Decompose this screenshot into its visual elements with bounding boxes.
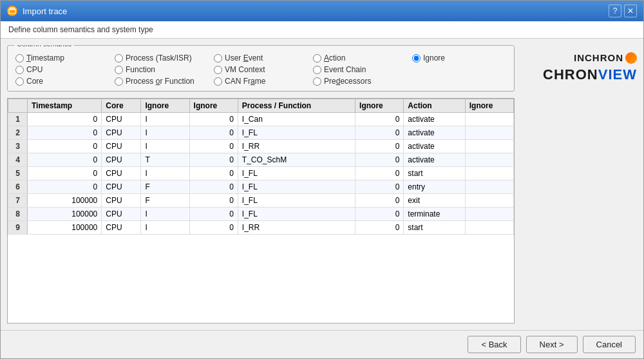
cell-ignore4 bbox=[465, 113, 513, 126]
radio-process[interactable]: Process (Task/ISR) bbox=[115, 53, 209, 63]
col-header-ignore2: Ignore bbox=[189, 99, 238, 113]
column-semantic-box: Column semantic Timestamp Process (Task/… bbox=[7, 45, 515, 92]
table-row: 7 100000 CPU F 0 I_FL 0 exit bbox=[8, 194, 514, 208]
title-bar-left: Import trace bbox=[7, 6, 67, 16]
cell-core: CPU bbox=[102, 140, 141, 153]
cell-action: activate bbox=[404, 113, 465, 126]
cell-core: CPU bbox=[102, 208, 141, 221]
cell-core: CPU bbox=[102, 167, 141, 180]
cell-ignore4 bbox=[465, 180, 513, 194]
col-header-ignore4: Ignore bbox=[465, 99, 513, 113]
cell-action: start bbox=[404, 167, 465, 180]
cell-ignore2: 0 bbox=[189, 221, 238, 235]
cell-process: I_FL bbox=[238, 194, 355, 208]
title-bar-controls: ? ✕ bbox=[609, 5, 637, 17]
table-row: 1 0 CPU I 0 I_Can 0 activate bbox=[8, 113, 514, 126]
cell-ignore2: 0 bbox=[189, 180, 238, 194]
cell-ignore3: 0 bbox=[355, 126, 404, 140]
cell-action: entry bbox=[404, 180, 465, 194]
table-row: 3 0 CPU I 0 I_RR 0 activate bbox=[8, 140, 514, 153]
cell-ignore3: 0 bbox=[355, 153, 404, 167]
table-row: 8 100000 CPU I 0 I_FL 0 terminate bbox=[8, 208, 514, 221]
back-button[interactable]: < Back bbox=[468, 336, 520, 353]
col-header-timestamp: Timestamp bbox=[28, 99, 102, 113]
data-table: Timestamp Core Ignore Ignore Process / F… bbox=[8, 99, 514, 235]
radio-action[interactable]: Action bbox=[313, 53, 407, 63]
radio-ignore[interactable]: Ignore bbox=[412, 53, 506, 63]
main-panel: Column semantic Timestamp Process (Task/… bbox=[7, 45, 515, 324]
cell-action: exit bbox=[404, 194, 465, 208]
cell-process: T_CO_SchM bbox=[238, 153, 355, 167]
cancel-button[interactable]: Cancel bbox=[583, 336, 636, 353]
brand-inchron: INCHRON bbox=[543, 52, 637, 64]
cell-ignore2: 0 bbox=[189, 167, 238, 180]
radio-core[interactable]: Core bbox=[15, 77, 109, 86]
table-body: 1 0 CPU I 0 I_Can 0 activate 2 0 CPU I 0… bbox=[8, 113, 514, 235]
table-scroll[interactable]: Timestamp Core Ignore Ignore Process / F… bbox=[8, 99, 514, 323]
cell-ignore4 bbox=[465, 153, 513, 167]
cell-core: CPU bbox=[102, 194, 141, 208]
cell-ignore4 bbox=[465, 140, 513, 153]
radio-function[interactable]: Function bbox=[115, 65, 209, 74]
cell-num: 7 bbox=[8, 194, 28, 208]
col-header-ignore3: Ignore bbox=[355, 99, 404, 113]
cell-ignore3: 0 bbox=[355, 113, 404, 126]
cell-timestamp: 100000 bbox=[28, 221, 102, 235]
title-bar: Import trace ? ✕ bbox=[1, 1, 643, 21]
close-button[interactable]: ✕ bbox=[624, 5, 637, 17]
cell-ignore3: 0 bbox=[355, 167, 404, 180]
table-row: 5 0 CPU I 0 I_FL 0 start bbox=[8, 167, 514, 180]
cell-core: CPU bbox=[102, 180, 141, 194]
cell-ignore3: 0 bbox=[355, 140, 404, 153]
radio-predecessors[interactable]: Predecessors bbox=[313, 77, 407, 86]
cell-num: 3 bbox=[8, 140, 28, 153]
col-header-num bbox=[8, 99, 28, 113]
cell-ignore1: I bbox=[141, 126, 189, 140]
cell-ignore2: 0 bbox=[189, 153, 238, 167]
brand-view-text: VIEW bbox=[598, 66, 637, 82]
cell-timestamp: 0 bbox=[28, 140, 102, 153]
cell-num: 8 bbox=[8, 208, 28, 221]
cell-process: I_FL bbox=[238, 167, 355, 180]
cell-ignore3: 0 bbox=[355, 180, 404, 194]
help-button[interactable]: ? bbox=[609, 5, 621, 17]
brand-logo: INCHRON CHRONVIEW bbox=[543, 52, 637, 84]
cell-action: start bbox=[404, 221, 465, 235]
cell-action: activate bbox=[404, 126, 465, 140]
cell-process: I_RR bbox=[238, 140, 355, 153]
radio-user-event[interactable]: User Event bbox=[214, 53, 308, 63]
next-button[interactable]: Next > bbox=[526, 336, 578, 353]
cell-ignore4 bbox=[465, 194, 513, 208]
radio-can-frame[interactable]: CAN Frame bbox=[214, 77, 308, 86]
table-row: 9 100000 CPU I 0 I_RR 0 start bbox=[8, 221, 514, 235]
cell-num: 5 bbox=[8, 167, 28, 180]
cell-ignore1: F bbox=[141, 194, 189, 208]
cell-ignore4 bbox=[465, 126, 513, 140]
brand-circle-icon bbox=[625, 52, 637, 64]
radio-event-chain[interactable]: Event Chain bbox=[313, 65, 407, 74]
cell-ignore4 bbox=[465, 167, 513, 180]
cell-ignore1: I bbox=[141, 221, 189, 235]
side-panel: INCHRON CHRONVIEW bbox=[521, 45, 637, 324]
col-header-process: Process / Function bbox=[238, 99, 355, 113]
table-row: 4 0 CPU T 0 T_CO_SchM 0 activate bbox=[8, 153, 514, 167]
cell-timestamp: 100000 bbox=[28, 194, 102, 208]
cell-ignore1: I bbox=[141, 167, 189, 180]
radio-process-or-function[interactable]: Process or Function bbox=[115, 77, 209, 86]
cell-ignore1: F bbox=[141, 180, 189, 194]
cell-ignore2: 0 bbox=[189, 194, 238, 208]
cell-process: I_RR bbox=[238, 221, 355, 235]
radio-vm-context[interactable]: VM Context bbox=[214, 65, 308, 74]
cell-num: 6 bbox=[8, 180, 28, 194]
cell-core: CPU bbox=[102, 113, 141, 126]
cell-ignore2: 0 bbox=[189, 113, 238, 126]
cell-process: I_FL bbox=[238, 208, 355, 221]
cell-ignore3: 0 bbox=[355, 194, 404, 208]
radio-cpu[interactable]: CPU bbox=[15, 65, 109, 74]
table-header-row: Timestamp Core Ignore Ignore Process / F… bbox=[8, 99, 514, 113]
radio-timestamp[interactable]: Timestamp bbox=[15, 53, 109, 63]
col-header-core: Core bbox=[102, 99, 141, 113]
cell-ignore3: 0 bbox=[355, 221, 404, 235]
footer: < Back Next > Cancel bbox=[1, 330, 643, 358]
data-table-container: Timestamp Core Ignore Ignore Process / F… bbox=[7, 98, 515, 324]
